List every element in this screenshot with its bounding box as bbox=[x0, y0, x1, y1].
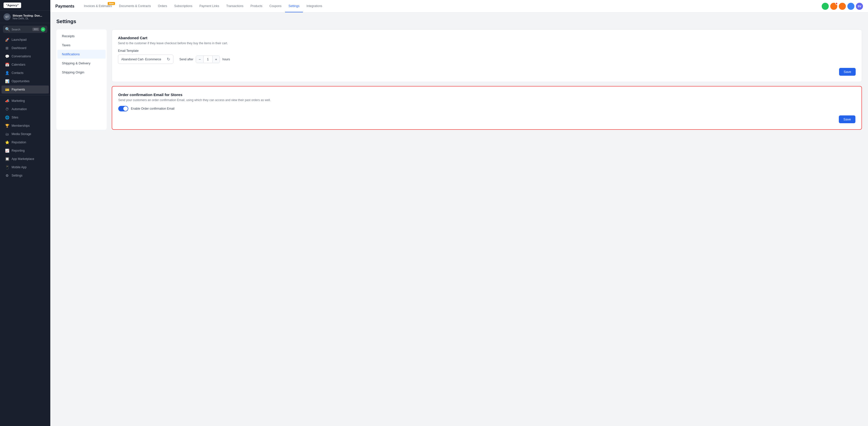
abandoned-cart-desc: Send to the customer if they leave check… bbox=[118, 41, 856, 45]
topbar: Payments Invoices & EstimatesNewDocument… bbox=[50, 0, 868, 12]
search-placeholder: Search bbox=[11, 28, 31, 31]
toggle-label: Enable Order confirmation Email bbox=[131, 107, 174, 110]
content-area: Settings ReceiptsTaxesNotificationsShipp… bbox=[50, 12, 868, 426]
app-marketplace-icon: 🔲 bbox=[5, 157, 9, 161]
new-badge: New bbox=[108, 2, 115, 5]
search-icon: 🔍 bbox=[5, 27, 10, 32]
settings-nav-shipping-origin[interactable]: Shipping Origin bbox=[57, 68, 106, 77]
automation-icon: ⏱ bbox=[5, 107, 9, 111]
sites-icon: 🌐 bbox=[5, 116, 9, 120]
media-storage-icon: 🗂 bbox=[5, 132, 9, 136]
sidebar-item-label: Settings bbox=[11, 174, 22, 177]
top-avatar-4[interactable]: SV bbox=[856, 3, 863, 10]
opportunities-icon: 📊 bbox=[5, 79, 9, 83]
sidebar-item-label: App Marketplace bbox=[11, 157, 34, 161]
toggle-row: Enable Order confirmation Email bbox=[118, 106, 856, 111]
contacts-icon: 👤 bbox=[5, 71, 9, 75]
top-avatar-2[interactable] bbox=[839, 3, 846, 10]
tab-transactions[interactable]: Transactions bbox=[223, 0, 247, 12]
settings-sidebar: ReceiptsTaxesNotificationsShipping & Del… bbox=[56, 29, 107, 130]
template-select-value: Abandoned Cart- Ecommerce bbox=[121, 58, 165, 61]
sidebar-item-automation[interactable]: ⏱ Automation bbox=[1, 105, 49, 113]
reputation-icon: ⭐ bbox=[5, 140, 9, 144]
payments-icon: 💳 bbox=[5, 88, 9, 92]
hours-stepper: − 1 + bbox=[196, 56, 220, 63]
topbar-avatars: SV bbox=[822, 3, 863, 10]
settings-main-panel: Abandoned Cart Send to the customer if t… bbox=[112, 29, 862, 130]
topbar-title: Payments bbox=[55, 4, 74, 8]
sidebar-item-label: Reputation bbox=[11, 140, 26, 144]
avatar: ST bbox=[3, 13, 10, 20]
reporting-icon: 📈 bbox=[5, 149, 9, 153]
abandoned-cart-title: Abandoned Cart bbox=[118, 36, 856, 40]
nav-divider bbox=[0, 95, 50, 95]
email-template-label: Email Template bbox=[118, 49, 856, 53]
settings-nav-receipts[interactable]: Receipts bbox=[57, 32, 106, 40]
tab-integrations[interactable]: Integrations bbox=[303, 0, 326, 12]
calendars-icon: 📅 bbox=[5, 63, 9, 67]
user-location: New Delhi, DL bbox=[12, 17, 47, 20]
sidebar-item-launchpad[interactable]: 🚀 Launchpad bbox=[1, 36, 49, 44]
tab-products[interactable]: Products bbox=[247, 0, 266, 12]
sidebar: "Agency" ST Shivam Testing- Don... New D… bbox=[0, 0, 50, 426]
tab-settings[interactable]: Settings bbox=[285, 0, 303, 12]
tab-documents[interactable]: Documents & Contracts bbox=[116, 0, 154, 12]
order-confirmation-card: Order confirmation Email for Stores Send… bbox=[112, 86, 862, 130]
sidebar-item-label: Media Storage bbox=[11, 132, 31, 136]
sidebar-item-reporting[interactable]: 📈 Reporting bbox=[1, 146, 49, 155]
template-refresh-icon: ↻ bbox=[167, 57, 170, 62]
sidebar-logo: "Agency" bbox=[0, 0, 50, 11]
user-info: Shivam Testing- Don... New Delhi, DL bbox=[12, 14, 47, 20]
sidebar-item-label: Memberships bbox=[11, 124, 30, 128]
sidebar-item-settings[interactable]: ⚙ Settings bbox=[1, 171, 49, 179]
top-avatar-1[interactable] bbox=[830, 3, 837, 10]
tab-invoices[interactable]: Invoices & EstimatesNew bbox=[81, 0, 116, 12]
sidebar-item-label: Reporting bbox=[11, 149, 25, 153]
stepper-decrement[interactable]: − bbox=[196, 56, 203, 63]
sidebar-item-payments[interactable]: 💳 Payments bbox=[1, 86, 49, 94]
order-confirmation-toggle[interactable] bbox=[118, 106, 128, 111]
order-confirmation-title: Order confirmation Email for Stores bbox=[118, 93, 856, 97]
sidebar-item-dashboard[interactable]: ⊞ Dashboard bbox=[1, 44, 49, 52]
tab-coupons[interactable]: Coupons bbox=[266, 0, 285, 12]
settings-nav-shipping-delivery[interactable]: Shipping & Delivery bbox=[57, 59, 106, 68]
sidebar-item-conversations[interactable]: 💬 Conversations bbox=[1, 52, 49, 60]
sidebar-item-marketing[interactable]: 📣 Marketing bbox=[1, 97, 49, 105]
order-confirmation-save-button[interactable]: Save bbox=[839, 116, 856, 123]
tab-subscriptions[interactable]: Subscriptions bbox=[170, 0, 196, 12]
sidebar-item-app-marketplace[interactable]: 🔲 App Marketplace bbox=[1, 155, 49, 163]
hours-label: hours bbox=[222, 58, 230, 61]
tab-payment-links[interactable]: Payment Links bbox=[196, 0, 223, 12]
send-after-row: Send after − 1 + hours bbox=[179, 56, 230, 63]
sidebar-item-label: Dashboard bbox=[11, 46, 26, 50]
search-bar[interactable]: 🔍 Search ⌘K + bbox=[3, 26, 47, 33]
stepper-increment[interactable]: + bbox=[213, 56, 220, 63]
sidebar-item-contacts[interactable]: 👤 Contacts bbox=[1, 69, 49, 77]
search-shortcut: ⌘K bbox=[32, 28, 39, 31]
sidebar-item-sites[interactable]: 🌐 Sites bbox=[1, 113, 49, 122]
sidebar-item-label: Marketing bbox=[11, 99, 25, 103]
sidebar-item-calendars[interactable]: 📅 Calendars bbox=[1, 61, 49, 69]
order-confirmation-desc: Send your customers an order confirmatio… bbox=[118, 98, 856, 102]
top-avatar-0[interactable] bbox=[822, 3, 829, 10]
top-avatar-3[interactable] bbox=[847, 3, 855, 10]
email-template-select[interactable]: Abandoned Cart- Ecommerce ↻ bbox=[118, 55, 173, 64]
sidebar-user: ST Shivam Testing- Don... New Delhi, DL bbox=[0, 11, 50, 23]
main-content: Payments Invoices & EstimatesNewDocument… bbox=[50, 0, 868, 426]
agency-badge: "Agency" bbox=[3, 2, 21, 8]
avatar-notification-badge bbox=[835, 2, 838, 5]
settings-nav-notifications[interactable]: Notifications bbox=[57, 50, 106, 59]
sidebar-item-opportunities[interactable]: 📊 Opportunities bbox=[1, 77, 49, 85]
sidebar-item-label: Conversations bbox=[11, 55, 31, 58]
sidebar-item-reputation[interactable]: ⭐ Reputation bbox=[1, 138, 49, 146]
sidebar-item-memberships[interactable]: 🏆 Memberships bbox=[1, 122, 49, 130]
abandoned-cart-save-button[interactable]: Save bbox=[839, 68, 856, 76]
add-button[interactable]: + bbox=[41, 27, 45, 32]
toggle-knob bbox=[123, 106, 128, 111]
settings-nav-taxes[interactable]: Taxes bbox=[57, 41, 106, 50]
sidebar-item-mobile-app[interactable]: 📱 Mobile App bbox=[1, 163, 49, 171]
topbar-tabs: Invoices & EstimatesNewDocuments & Contr… bbox=[81, 0, 822, 12]
email-template-row: Abandoned Cart- Ecommerce ↻ Send after −… bbox=[118, 55, 856, 64]
sidebar-item-media-storage[interactable]: 🗂 Media Storage bbox=[1, 130, 49, 138]
tab-orders[interactable]: Orders bbox=[154, 0, 171, 12]
